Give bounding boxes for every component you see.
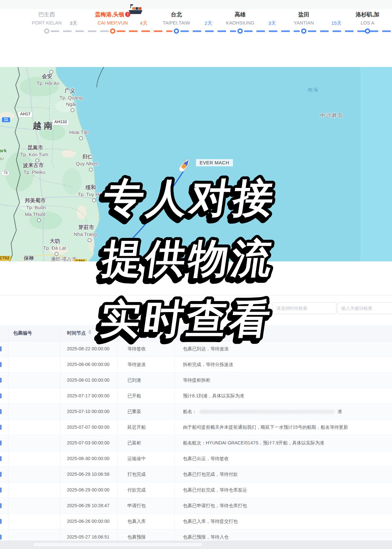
cell-description: 包裹已入库，等待提交打包 [175,514,392,529]
map-label: ark [0,148,7,154]
port-name-zh: 巴生西 [21,11,73,18]
map-label: Ma Thuột [25,212,45,217]
map-label: Tp. Kon Tum [20,152,48,158]
header-time-node: 时间节点 [60,325,118,341]
description-text: 包裹已申请打包，等待仓库打包 [183,503,247,508]
port-dot-icon [237,28,243,34]
map-label [35,158,39,162]
keyword-search-field[interactable] [337,302,392,314]
port-name-zh-text: 巴生西 [39,11,55,18]
header-description [175,325,392,341]
cell-time-node: 2025-07-10 00:00:00 [60,404,118,419]
map-label: Ngãi [66,102,76,107]
cell-package-number [8,404,60,419]
clipped-link-fragment [0,393,2,398]
table-row: 2025-06-26 10:28:47 申请打包 包裹已申请打包，等待仓库打包 [0,498,392,514]
cell-package-number [8,482,60,498]
port-name-en: TAIPEI,TAIW [150,20,203,25]
port-stop: 巴生西 PORT KELAN [21,9,73,42]
port-dot-icon [365,28,370,34]
table-row: 2025-07-17 00:00:00 已开船 预计8.1到港，具体以实际为准 [0,388,392,404]
vessel-name-tag: EVER MACH [196,159,233,166]
time-search-input[interactable] [272,303,336,314]
port-dot-icon [301,28,306,34]
table-body: 2025-08-22 00:00:00 等待签收 包裹已到达，等待派送 2025… [0,341,392,545]
table-row: 2025-07-07 00:00:00 延迟开船 由于船司提前截关并未提前通知我… [0,420,392,435]
cell-time-node: 2025-06-26 00:00:00 [60,514,118,529]
cell-description: 船名航次：HYUNDAI GRACE/0147S，预计7.9开船，具体以实际为准 [175,435,392,451]
time-node-select-value: 时间节点 [234,305,251,311]
port-dot-icon [110,28,115,34]
description-suffix: 准 [337,409,342,414]
clipped-link-fragment [0,409,2,414]
sort-icon[interactable] [88,330,91,334]
cell-cut [0,467,8,482]
cell-status: 延迟开船 [118,420,175,435]
map-label: 11 [2,117,10,122]
time-search-field[interactable] [272,302,336,314]
header-time-node-label: 时间节点 [67,330,86,336]
cell-package-number [8,357,60,372]
port-name-zh-text: 台北 [171,11,182,18]
horizontal-scrollbar-track[interactable] [0,541,392,549]
description-text: 船名： [183,409,197,414]
cell-cut [0,373,8,388]
table-header: 包裹编号 时间节点 [0,325,392,341]
time-node-select[interactable]: 时间节点 [229,302,267,314]
port-stop: 高雄 KAOHSIUNG [214,9,266,42]
keyword-search-input[interactable] [337,303,392,314]
cell-package-number [8,341,60,357]
description-text: 包裹已预报，等待入仓 [183,534,229,540]
cell-cut [0,420,8,435]
top-bar [0,0,392,9]
cell-status: 运输途中 [118,451,175,466]
cell-status: 打包完成 [118,467,175,482]
map-label [88,238,91,242]
cell-package-number [8,498,60,513]
clipped-link-fragment [0,488,2,492]
tracking-map[interactable]: 会安 Tp. Hội An 广义 Tp. Quảng Ngãi AH17 AH1… [0,67,392,261]
map-label: 广义 [65,88,75,94]
map-label: 昆嵩市 [27,145,43,151]
cell-cut [0,404,8,419]
map-label: Tp. Hội An [37,81,59,86]
cell-cut [0,341,8,357]
map-label [89,168,93,172]
cell-description: 预计8.1到港，具体以实际为准 [175,388,392,404]
cell-status: 已开船 [118,388,175,404]
map-label [37,218,41,222]
table-row: 2025-06-29 10:06:58 打包完成 包裹已打包完成，等待付款 [0,467,392,482]
header-cut-column [0,325,8,341]
map-label: Hoài Tân [69,130,89,135]
cell-package-number [8,451,60,466]
chevron-down-icon [260,308,264,309]
map-label [55,252,58,256]
cell-time-node: 2025-08-06 00:00:00 [60,357,118,372]
cell-cut [0,482,8,498]
map-label: Nha Trang [74,232,97,237]
description-text: 包裹已到达，等待派送 [183,346,229,351]
port-name-zh-text: 洛杉矶,加 [356,11,380,18]
cell-time-node: 2025-07-17 00:00:00 [60,388,118,404]
map-label: Tp. Pleiku [24,170,45,175]
cell-description: 包裹已出运，等待签收 [175,451,392,466]
cell-time-node: 2025-06-30 00:00:00 [60,451,118,466]
cell-description: 拆柜完成，等待分拣派送 [175,357,392,372]
port-name-zh: 台北 [150,11,203,18]
clipped-link-fragment [0,519,2,524]
horizontal-scrollbar-thumb[interactable] [33,542,203,547]
cell-time-node: 2025-08-01 00:00:00 [60,373,118,388]
header-status [118,325,175,341]
map-label: 保禄 [24,255,34,261]
map-label [79,136,83,140]
table-row: 2025-08-01 00:00:00 已到港 等待提柜拆柜 [0,373,392,388]
table-row: 2025-08-22 00:00:00 等待签收 包裹已到达，等待派送 [0,341,392,357]
cell-status: 已装柜 [118,435,175,451]
port-name-en: PORT KELAN [21,20,73,25]
cell-time-node: 2025-06-29 10:06:58 [60,467,118,482]
map-label: 78 [1,170,9,176]
map-label: 越南 [33,121,55,131]
description-text: 船名航次：HYUNDAI GRACE/0147S，预计7.9开船，具体以实际为准 [183,440,324,445]
cell-description: 包裹已付款完成，等待仓库发运 [175,482,392,498]
table-row: 2025-06-30 00:00:00 运输途中 包裹已出运，等待签收 [0,451,392,467]
